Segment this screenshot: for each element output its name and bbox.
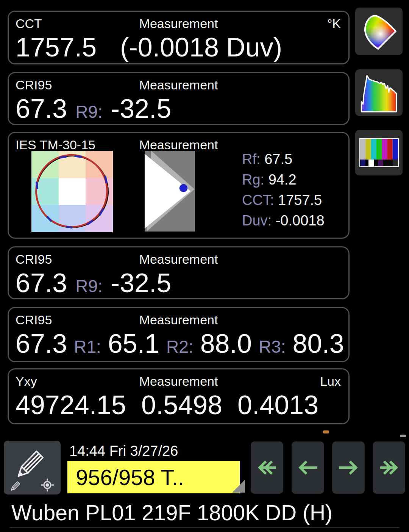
cri-card-r-values[interactable]: CRI95 Measurement 67.3 R1: 65.1 R2: 88.0… <box>8 307 350 362</box>
cri-card-middle[interactable]: CRI95 Measurement 67.3 R9: -32.5 <box>8 246 350 299</box>
yxy-label: Yxy <box>16 372 37 390</box>
cie-diagram-button[interactable] <box>355 8 403 55</box>
next-record-button[interactable] <box>332 441 365 494</box>
double-right-arrow-icon <box>375 454 403 481</box>
double-left-arrow-icon <box>253 454 281 481</box>
cri-value: 67.3 <box>16 268 67 298</box>
yxy-mode-label: Measurement <box>139 372 218 390</box>
right-arrow-icon <box>335 454 362 481</box>
tm30-gamut-circles <box>31 151 113 232</box>
cct-duv-value: (-0.0018 Duv) <box>120 32 282 63</box>
tm30-card[interactable]: IES TM-30-15 Measurement <box>8 132 350 239</box>
tm30-cct-label: CCT: <box>242 192 274 208</box>
datetime-label: 14:44 Fri 3/27/26 <box>69 443 178 459</box>
r9-label: R9: <box>75 97 103 125</box>
tm30-point-marker <box>180 184 187 192</box>
spectrum-icon <box>359 73 399 113</box>
cct-value-row: 1757.5 (-0.0018 Duv) <box>16 32 342 63</box>
cie-diagram-icon <box>360 12 398 50</box>
tm30-stats: Rf: 67.5 Rg: 94.2 CCT: 1757.5 Duv: -0.00… <box>242 149 325 231</box>
r3-label: R3: <box>259 332 286 362</box>
orange-indicator-dash <box>323 430 329 433</box>
color-meter-app-screen: CCT Measurement °K 1757.5 (-0.0018 Duv) … <box>0 0 409 532</box>
gps-crosshair-icon <box>41 479 54 491</box>
cct-value: 1757.5 <box>16 32 97 63</box>
gray-indicator-dash <box>400 435 406 437</box>
last-record-button[interactable] <box>373 441 405 494</box>
title-underline <box>9 527 400 528</box>
yxy-x-value: 0.5498 <box>141 390 222 420</box>
cri-mode-label: Measurement <box>139 311 218 329</box>
cri-card-top[interactable]: CRI95 Measurement 67.3 R9: -32.5 <box>8 72 350 125</box>
tm30-duv-label: Duv: <box>242 213 272 228</box>
small-pencil-icon <box>9 479 23 492</box>
cri-mode-label: Measurement <box>139 76 218 94</box>
rg-label: Rg: <box>242 172 264 188</box>
file-counter-selector[interactable]: 956/958 T.. <box>67 461 240 493</box>
rg-value: 94.2 <box>269 172 297 188</box>
r2-value: 88.0 <box>200 329 252 359</box>
cri-label: CRI95 <box>16 311 52 329</box>
r9-value: -32.5 <box>111 94 172 124</box>
cri-value: 67.3 <box>16 329 67 359</box>
cct-unit-label: °K <box>327 15 341 32</box>
yxy-unit-label: Lux <box>320 372 341 390</box>
cct-card-header: CCT Measurement °K <box>16 15 342 32</box>
cri-mode-label: Measurement <box>139 250 218 268</box>
r2-label: R2: <box>166 332 194 362</box>
cct-mode-label: Measurement <box>139 15 218 32</box>
cct-label: CCT <box>16 15 42 32</box>
cri-label: CRI95 <box>16 250 52 268</box>
r3-value: 80.3 <box>293 329 344 359</box>
first-record-button[interactable] <box>251 441 283 494</box>
rf-label: Rf: <box>242 151 261 167</box>
rf-value: 67.5 <box>264 151 292 167</box>
cri-value: 67.3 <box>16 94 67 124</box>
tm30-cct-value: 1757.5 <box>278 192 322 208</box>
cct-card[interactable]: CCT Measurement °K 1757.5 (-0.0018 Duv) <box>8 11 350 64</box>
tm30-arrow-graphic <box>144 151 195 232</box>
yxy-card[interactable]: Yxy Measurement Lux 49724.15 0.5498 0.40… <box>8 368 350 424</box>
left-arrow-icon <box>294 454 322 481</box>
previous-record-button[interactable] <box>292 441 324 494</box>
r9-value: -32.5 <box>111 268 172 298</box>
edit-note-button[interactable] <box>4 441 61 494</box>
spectrum-button[interactable] <box>355 69 403 116</box>
yxy-y-value: 0.4013 <box>237 390 318 420</box>
tm30-duv-value: -0.0018 <box>276 213 325 228</box>
color-bars-icon <box>359 138 399 167</box>
measurement-title-field[interactable]: Wuben PL01 219F 1800K DD (H) <box>11 501 333 524</box>
r1-value: 65.1 <box>108 329 159 359</box>
r1-label: R1: <box>74 332 101 362</box>
cri-label: CRI95 <box>16 76 52 94</box>
yxy-luminance-value: 49724.15 <box>16 390 126 420</box>
pencil-icon <box>12 442 52 482</box>
r9-label: R9: <box>75 271 103 299</box>
color-bars-button[interactable] <box>355 130 403 175</box>
